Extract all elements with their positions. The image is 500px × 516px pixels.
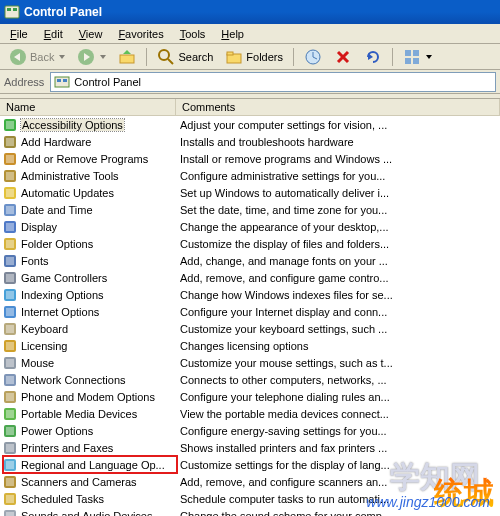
item-icon xyxy=(2,304,18,320)
views-icon xyxy=(403,48,421,66)
svg-rect-45 xyxy=(6,274,14,282)
item-name: Accessibility Options xyxy=(21,119,124,131)
list-item[interactable]: MouseCustomize your mouse settings, such… xyxy=(0,354,500,371)
list-item[interactable]: Accessibility OptionsAdjust your compute… xyxy=(0,116,500,133)
item-name: Add or Remove Programs xyxy=(21,153,148,165)
address-input[interactable]: Control Panel xyxy=(50,72,496,92)
toolbar: Back Search Folders xyxy=(0,44,500,70)
item-icon xyxy=(2,389,18,405)
addressbar: Address Control Panel xyxy=(0,70,500,94)
item-name: Automatic Updates xyxy=(21,187,114,199)
forward-dropdown-icon xyxy=(100,55,106,59)
item-icon xyxy=(2,321,18,337)
item-comment: Change the sound scheme for your comp... xyxy=(176,510,500,517)
undo-icon xyxy=(364,48,382,66)
list-item[interactable]: Scanners and CamerasAdd, remove, and con… xyxy=(0,473,500,490)
item-comment: Changes licensing options xyxy=(176,340,500,352)
svg-rect-51 xyxy=(6,325,14,333)
item-name: Mouse xyxy=(21,357,54,369)
up-folder-button[interactable] xyxy=(113,46,141,68)
item-icon xyxy=(2,440,18,456)
menu-edit[interactable]: Edit xyxy=(36,26,71,42)
column-header-name[interactable]: Name xyxy=(0,99,176,115)
item-icon xyxy=(2,117,18,133)
list-item[interactable]: Add HardwareInstalls and troubleshoots h… xyxy=(0,133,500,150)
list-item[interactable]: KeyboardCustomize your keyboard settings… xyxy=(0,320,500,337)
list-item[interactable]: Folder OptionsCustomize the display of f… xyxy=(0,235,500,252)
undo-button[interactable] xyxy=(359,46,387,68)
search-button[interactable]: Search xyxy=(152,46,218,68)
list-item[interactable]: Network ConnectionsConnects to other com… xyxy=(0,371,500,388)
item-icon xyxy=(2,202,18,218)
svg-rect-43 xyxy=(6,257,14,265)
history-button[interactable] xyxy=(299,46,327,68)
svg-rect-63 xyxy=(6,427,14,435)
item-name: Phone and Modem Options xyxy=(21,391,155,403)
menu-file[interactable]: File xyxy=(2,26,36,42)
list-item[interactable]: DisplayChange the appearance of your des… xyxy=(0,218,500,235)
search-icon xyxy=(157,48,175,66)
item-comment: Add, remove, and configure scanners an..… xyxy=(176,476,500,488)
list-item[interactable]: Add or Remove ProgramsInstall or remove … xyxy=(0,150,500,167)
menu-tools[interactable]: Tools xyxy=(172,26,214,42)
item-comment: Shows installed printers and fax printer… xyxy=(176,442,500,454)
list-item[interactable]: Game ControllersAdd, remove, and configu… xyxy=(0,269,500,286)
list-item[interactable]: Phone and Modem OptionsConfigure your te… xyxy=(0,388,500,405)
toolbar-separator xyxy=(293,48,294,66)
folders-button[interactable]: Folders xyxy=(220,46,288,68)
item-icon xyxy=(2,457,18,473)
column-header-comments[interactable]: Comments xyxy=(176,99,500,115)
menu-view[interactable]: View xyxy=(71,26,111,42)
svg-rect-0 xyxy=(5,6,19,18)
history-icon xyxy=(304,48,322,66)
item-comment: Install or remove programs and Windows .… xyxy=(176,153,500,165)
list-item[interactable]: Portable Media DevicesView the portable … xyxy=(0,405,500,422)
svg-rect-7 xyxy=(120,55,134,63)
svg-rect-22 xyxy=(413,58,419,64)
forward-arrow-icon xyxy=(77,48,95,66)
item-name: Regional and Language Op... xyxy=(21,459,165,471)
menu-favorites[interactable]: Favorites xyxy=(110,26,171,42)
address-path: Control Panel xyxy=(74,76,141,88)
item-name: Add Hardware xyxy=(21,136,91,148)
item-comment: Configure your telephone dialing rules a… xyxy=(176,391,500,403)
forward-button[interactable] xyxy=(72,46,111,68)
column-headers: Name Comments xyxy=(0,99,500,116)
svg-rect-21 xyxy=(405,58,411,64)
delete-button[interactable] xyxy=(329,46,357,68)
list-item[interactable]: LicensingChanges licensing options xyxy=(0,337,500,354)
svg-rect-69 xyxy=(6,478,14,486)
menu-help[interactable]: Help xyxy=(213,26,252,42)
item-comment: Customize your keyboard settings, such .… xyxy=(176,323,500,335)
item-name: Game Controllers xyxy=(21,272,107,284)
list-item[interactable]: FontsAdd, change, and manage fonts on yo… xyxy=(0,252,500,269)
svg-line-10 xyxy=(168,59,173,64)
list-item[interactable]: Automatic UpdatesSet up Windows to autom… xyxy=(0,184,500,201)
views-button[interactable] xyxy=(398,46,437,68)
list-item[interactable]: Indexing OptionsChange how Windows index… xyxy=(0,286,500,303)
item-name: Folder Options xyxy=(21,238,93,250)
item-icon xyxy=(2,270,18,286)
svg-rect-57 xyxy=(6,376,14,384)
back-button[interactable]: Back xyxy=(4,46,70,68)
item-comment: Configure your Internet display and conn… xyxy=(176,306,500,318)
svg-rect-41 xyxy=(6,240,14,248)
svg-rect-71 xyxy=(6,495,14,503)
window-titlebar: Control Panel xyxy=(0,0,500,24)
list-item[interactable]: Administrative ToolsConfigure administra… xyxy=(0,167,500,184)
control-panel-icon xyxy=(54,74,70,90)
svg-rect-24 xyxy=(57,79,61,82)
list-item[interactable]: Internet OptionsConfigure your Internet … xyxy=(0,303,500,320)
item-comment: Installs and troubleshoots hardware xyxy=(176,136,500,148)
list-item[interactable]: Printers and FaxesShows installed printe… xyxy=(0,439,500,456)
address-label: Address xyxy=(4,76,46,88)
item-name: Scheduled Tasks xyxy=(21,493,104,505)
svg-marker-8 xyxy=(123,50,131,54)
list-item[interactable]: Power OptionsConfigure energy-saving set… xyxy=(0,422,500,439)
search-label: Search xyxy=(178,51,213,63)
svg-rect-55 xyxy=(6,359,14,367)
item-comment: Set up Windows to automatically deliver … xyxy=(176,187,500,199)
list-item[interactable]: Date and TimeSet the date, time, and tim… xyxy=(0,201,500,218)
list-item[interactable]: Regional and Language Op...Customize set… xyxy=(0,456,500,473)
item-icon xyxy=(2,151,18,167)
